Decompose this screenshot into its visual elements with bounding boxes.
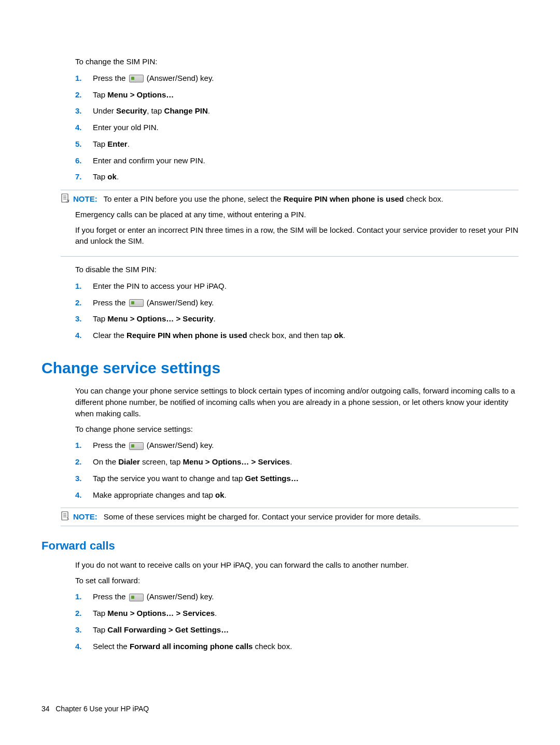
step-number: 1. <box>75 73 93 84</box>
sim-change-intro: To change the SIM PIN: <box>75 56 519 67</box>
note-label: NOTE: <box>73 512 97 521</box>
step-text: Tap the service you want to change and t… <box>93 473 299 484</box>
list-item: 4. Enter your old PIN. <box>75 122 519 133</box>
answer-send-key-icon <box>129 299 144 307</box>
step-text: Tap Menu > Options… > Services. <box>93 608 217 619</box>
step-number: 2. <box>75 297 93 308</box>
step-text: Press the (Answer/Send) key. <box>93 73 214 84</box>
svg-rect-0 <box>62 194 68 202</box>
step-text: Tap ok. <box>93 171 119 182</box>
chapter-title: Chapter 6 Use your HP iPAQ <box>55 705 149 713</box>
svg-rect-4 <box>62 512 68 520</box>
step-number: 4. <box>75 489 93 501</box>
service-settings-steps: 1. Press the (Answer/Send) key. 2. On th… <box>75 440 519 500</box>
step-text: Press the (Answer/Send) key. <box>93 591 214 602</box>
step-text: Tap Enter. <box>93 138 130 150</box>
step-number: 4. <box>75 122 93 133</box>
note-label: NOTE: <box>73 194 97 203</box>
note-paragraph: Emergency calls can be placed at any tim… <box>75 209 519 220</box>
step-text: Tap Menu > Options… <box>93 89 174 101</box>
list-item: 3. Under Security, tap Change PIN. <box>75 105 519 117</box>
step-number: 1. <box>75 280 93 292</box>
heading-forward-calls: Forward calls <box>41 538 519 554</box>
sim-change-steps: 1. Press the (Answer/Send) key. 2. Tap M… <box>75 73 519 182</box>
forward-calls-steps: 1. Press the (Answer/Send) key. 2. Tap M… <box>75 591 519 652</box>
step-text: Make appropriate changes and tap ok. <box>93 489 227 501</box>
heading-change-service-settings: Change service settings <box>41 357 519 379</box>
step-text: Select the Forward all incoming phone ca… <box>93 641 292 652</box>
list-item: 2. Tap Menu > Options… <box>75 89 519 101</box>
list-item: 3. Tap Call Forwarding > Get Settings… <box>75 624 519 636</box>
step-number: 7. <box>75 171 93 182</box>
list-item: 3. Tap Menu > Options… > Security. <box>75 313 519 325</box>
note-text: To enter a PIN before you use the phone,… <box>104 194 443 203</box>
note-icon <box>61 511 70 521</box>
step-text: Tap Call Forwarding > Get Settings… <box>93 624 229 636</box>
step-text: Enter your old PIN. <box>93 122 159 133</box>
list-item: 4. Clear the Require PIN when phone is u… <box>75 330 519 341</box>
forward-calls-intro: If you do not want to receive calls on y… <box>75 559 519 571</box>
step-number: 3. <box>75 473 93 484</box>
list-item: 4. Make appropriate changes and tap ok. <box>75 489 519 501</box>
note-services-charged: NOTE: Some of these services might be ch… <box>61 508 519 526</box>
step-number: 4. <box>75 330 93 341</box>
step-number: 1. <box>75 591 93 602</box>
list-item: 7. Tap ok. <box>75 171 519 182</box>
step-number: 2. <box>75 608 93 619</box>
step-text: Enter the PIN to access your HP iPAQ. <box>93 280 227 292</box>
answer-send-key-icon <box>129 594 144 601</box>
step-text: Clear the Require PIN when phone is used… <box>93 330 345 341</box>
list-item: 1. Enter the PIN to access your HP iPAQ. <box>75 280 519 292</box>
list-item: 1. Press the (Answer/Send) key. <box>75 440 519 451</box>
list-item: 3. Tap the service you want to change an… <box>75 473 519 484</box>
step-number: 3. <box>75 624 93 636</box>
step-number: 4. <box>75 641 93 652</box>
list-item: 1. Press the (Answer/Send) key. <box>75 591 519 602</box>
list-item: 4. Select the Forward all incoming phone… <box>75 641 519 652</box>
list-item: 2. On the Dialer screen, tap Menu > Opti… <box>75 456 519 468</box>
note-paragraph: If you forget or enter an incorrect PIN … <box>75 224 519 247</box>
note-icon <box>61 193 70 203</box>
note-sim-pin: NOTE: To enter a PIN before you use the … <box>61 190 519 257</box>
step-text: Press the (Answer/Send) key. <box>93 440 214 451</box>
page-footer: 34 Chapter 6 Use your HP iPAQ <box>41 704 149 714</box>
sim-disable-intro: To disable the SIM PIN: <box>75 264 519 275</box>
list-item: 1. Press the (Answer/Send) key. <box>75 73 519 84</box>
step-number: 1. <box>75 440 93 451</box>
list-item: 6. Enter and confirm your new PIN. <box>75 155 519 166</box>
service-settings-intro2: To change phone service settings: <box>75 424 519 435</box>
list-item: 2. Press the (Answer/Send) key. <box>75 297 519 308</box>
list-item: 5. Tap Enter. <box>75 138 519 150</box>
step-number: 3. <box>75 105 93 117</box>
step-number: 3. <box>75 313 93 325</box>
answer-send-key-icon <box>129 442 144 450</box>
step-number: 5. <box>75 138 93 150</box>
service-settings-intro: You can change your phone service settin… <box>75 385 519 419</box>
step-text: Under Security, tap Change PIN. <box>93 105 210 117</box>
step-number: 2. <box>75 89 93 101</box>
step-number: 6. <box>75 155 93 166</box>
step-text: On the Dialer screen, tap Menu > Options… <box>93 456 292 468</box>
page-number: 34 <box>41 705 50 713</box>
step-text: Tap Menu > Options… > Security. <box>93 313 216 325</box>
step-text: Press the (Answer/Send) key. <box>93 297 214 308</box>
note-text: Some of these services might be charged … <box>104 512 421 521</box>
step-text: Enter and confirm your new PIN. <box>93 155 205 166</box>
sim-disable-steps: 1. Enter the PIN to access your HP iPAQ.… <box>75 280 519 341</box>
answer-send-key-icon <box>129 75 144 82</box>
step-number: 2. <box>75 456 93 468</box>
list-item: 2. Tap Menu > Options… > Services. <box>75 608 519 619</box>
forward-calls-intro2: To set call forward: <box>75 575 519 586</box>
